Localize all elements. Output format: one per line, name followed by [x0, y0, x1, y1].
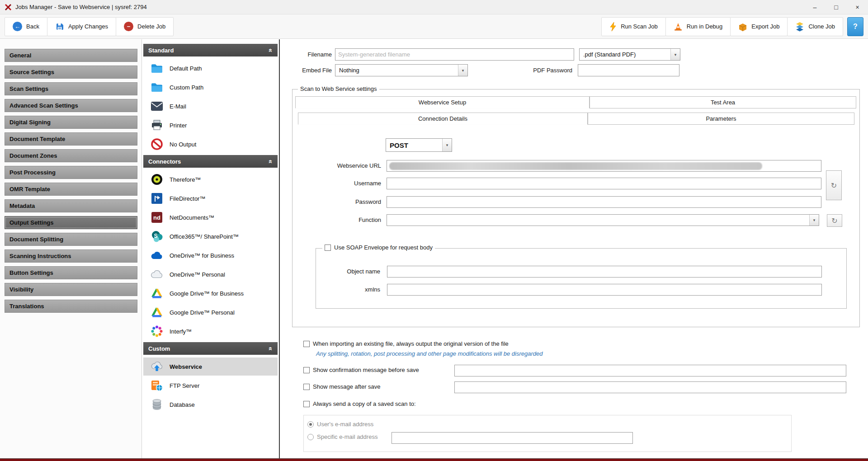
- function-dropdown[interactable]: ▾: [387, 214, 819, 226]
- export-job-button[interactable]: Export Job: [730, 17, 788, 36]
- nav-item-digital-signing[interactable]: Digital Signing: [5, 116, 137, 129]
- confirm-before-save-checkbox[interactable]: [303, 367, 310, 373]
- section-header-custom[interactable]: Custom «: [143, 342, 278, 355]
- nav-item-omr-template[interactable]: OMR Template: [5, 183, 137, 196]
- run-in-debug-button[interactable]: Run in Debug: [665, 17, 731, 36]
- delete-job-button[interactable]: − Delete Job: [116, 17, 174, 36]
- content-area: General Source Settings Scan Settings Ad…: [0, 39, 868, 458]
- soap-envelope-group: Use SOAP Envelope for request body Objec…: [316, 248, 847, 309]
- output-item-interfy[interactable]: Interfy™: [143, 322, 278, 340]
- import-original-checkbox[interactable]: [303, 341, 310, 347]
- filename-input[interactable]: [335, 48, 574, 61]
- file-format-dropdown[interactable]: .pdf (Standard PDF) ▾: [579, 48, 680, 61]
- filename-label: Filename: [289, 49, 332, 61]
- help-button[interactable]: ?: [847, 17, 863, 36]
- confirm-message-input[interactable]: [454, 365, 846, 376]
- apply-changes-button[interactable]: Apply Changes: [47, 17, 116, 36]
- output-item-default-path[interactable]: Default Path: [143, 59, 278, 77]
- output-item-database[interactable]: Database: [143, 395, 278, 414]
- bottom-accent-bar: [0, 458, 868, 461]
- output-item-sharepoint[interactable]: S Office365™/ SharePoint™: [143, 227, 278, 245]
- sharepoint-icon: S: [150, 230, 164, 242]
- back-button[interactable]: ← Back: [5, 17, 47, 36]
- soap-envelope-label: Use SOAP Envelope for request body: [334, 244, 433, 251]
- http-method-value: POST: [386, 139, 442, 151]
- tab-connection-details[interactable]: Connection Details: [298, 113, 588, 125]
- back-label: Back: [26, 23, 39, 30]
- output-item-filedirector[interactable]: FileDirector™: [143, 189, 278, 207]
- nav-item-translations[interactable]: Translations: [5, 300, 137, 313]
- google-drive-icon: [150, 287, 164, 299]
- nav-item-general[interactable]: General: [5, 49, 137, 62]
- output-item-gdrive-personal[interactable]: Google Drive™ Personal: [143, 303, 278, 321]
- output-item-webservice[interactable]: Webservice: [143, 358, 278, 376]
- password-input[interactable]: [387, 196, 821, 208]
- output-item-email[interactable]: E-Mail: [143, 97, 278, 115]
- user-email-radio[interactable]: [307, 421, 314, 428]
- output-item-netdocuments[interactable]: nd NetDocuments™: [143, 208, 278, 226]
- nav-item-button-settings[interactable]: Button Settings: [5, 266, 137, 279]
- username-input[interactable]: [387, 178, 821, 189]
- confirm-before-save-option: Show confirmation message before save: [303, 367, 419, 373]
- chevron-down-icon: ▾: [442, 139, 452, 151]
- nav-item-document-template[interactable]: Document Template: [5, 132, 137, 146]
- nav-item-source-settings[interactable]: Source Settings: [5, 66, 137, 79]
- output-item-ftp-server[interactable]: FTP Server: [143, 376, 278, 395]
- webservice-url-input[interactable]: [387, 160, 821, 172]
- specific-email-input[interactable]: [392, 432, 633, 444]
- save-icon: [55, 22, 64, 31]
- specific-email-radio[interactable]: [307, 434, 314, 440]
- nav-item-visibility[interactable]: Visibility: [5, 283, 137, 296]
- output-item-printer[interactable]: Printer: [143, 116, 278, 134]
- app-window: Jobs Manager - Save to Webservice | sysr…: [0, 0, 868, 461]
- output-item-onedrive-business[interactable]: OneDrive™ for Business: [143, 246, 278, 264]
- close-button[interactable]: ×: [847, 0, 868, 14]
- no-output-icon: [150, 138, 164, 150]
- nav-item-output-settings[interactable]: Output Settings: [5, 216, 137, 229]
- clone-job-button[interactable]: Clone Job: [787, 17, 843, 36]
- message-after-save-checkbox[interactable]: [303, 384, 310, 390]
- folder-icon: [150, 63, 164, 74]
- import-original-note: Any splitting, rotation, post processing…: [316, 350, 543, 357]
- section-header-standard[interactable]: Standard «: [143, 44, 278, 56]
- nav-item-post-processing[interactable]: Post Processing: [5, 166, 137, 179]
- nav-item-metadata[interactable]: Metadata: [5, 199, 137, 212]
- http-method-dropdown[interactable]: POST ▾: [386, 138, 452, 152]
- collapse-icon: «: [267, 48, 274, 52]
- after-save-message-input[interactable]: [454, 381, 846, 393]
- output-item-gdrive-business[interactable]: Google Drive™ for Business: [143, 284, 278, 302]
- username-label: Username: [313, 178, 381, 189]
- output-item-onedrive-personal[interactable]: OneDrive™ Personal: [143, 265, 278, 283]
- tab-test-area[interactable]: Test Area: [590, 96, 856, 108]
- embed-file-dropdown[interactable]: Nothing ▾: [335, 64, 468, 76]
- nav-item-document-zones[interactable]: Document Zones: [5, 149, 137, 162]
- chevron-down-icon: ▾: [670, 49, 680, 60]
- soap-envelope-checkbox[interactable]: [325, 245, 331, 251]
- output-item-custom-path[interactable]: Custom Path: [143, 78, 278, 96]
- nav-item-document-splitting[interactable]: Document Splitting: [5, 233, 137, 246]
- object-name-input[interactable]: [387, 266, 822, 278]
- toolbar: ← Back Apply Changes − Delete Job Run Sc…: [0, 14, 868, 39]
- email-icon: [150, 102, 164, 111]
- refresh-credentials-button[interactable]: ↻: [826, 170, 842, 200]
- output-item-therefore[interactable]: Therefore™: [143, 170, 278, 188]
- embed-file-value: Nothing: [335, 65, 458, 76]
- run-scan-job-button[interactable]: Run Scan Job: [601, 17, 666, 36]
- send-copy-checkbox[interactable]: [303, 401, 310, 407]
- refresh-functions-button[interactable]: ↻: [827, 214, 842, 227]
- nav-item-advanced-scan-settings[interactable]: Advanced Scan Settings: [5, 99, 137, 112]
- export-job-label: Export Job: [751, 23, 779, 30]
- section-header-connectors[interactable]: Connectors «: [143, 155, 278, 168]
- tab-parameters[interactable]: Parameters: [588, 113, 854, 125]
- xmlns-input[interactable]: [387, 284, 822, 296]
- tab-webservice-setup[interactable]: Webservice Setup: [295, 96, 590, 108]
- minimize-button[interactable]: –: [804, 0, 826, 14]
- google-drive-icon: [150, 306, 164, 318]
- nav-item-scanning-instructions[interactable]: Scanning Instructions: [5, 249, 137, 263]
- output-item-no-output[interactable]: No Output: [143, 135, 278, 153]
- maximize-button[interactable]: □: [826, 0, 847, 14]
- nav-item-scan-settings[interactable]: Scan Settings: [5, 82, 137, 95]
- webservice-icon: [150, 361, 164, 372]
- user-email-label: User's e-mail address: [317, 421, 373, 428]
- pdf-password-input[interactable]: [578, 64, 679, 76]
